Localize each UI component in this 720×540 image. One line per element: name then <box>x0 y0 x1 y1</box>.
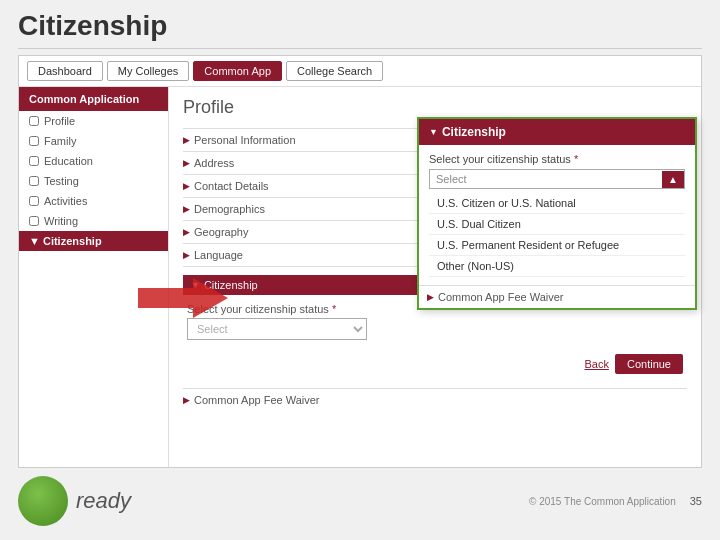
required-marker: * <box>332 303 336 315</box>
continue-button[interactable]: Continue <box>615 354 683 374</box>
popup-fee-waiver[interactable]: Common App Fee Waiver <box>419 285 695 308</box>
writing-checkbox[interactable] <box>29 216 39 226</box>
nav-dashboard[interactable]: Dashboard <box>27 61 103 81</box>
profile-checkbox[interactable] <box>29 116 39 126</box>
popup-required: * <box>574 153 578 165</box>
popup-select-arrow-icon[interactable]: ▲ <box>662 171 684 188</box>
activities-checkbox[interactable] <box>29 196 39 206</box>
sidebar-item-citizenship[interactable]: Citizenship <box>19 231 168 251</box>
popup-option-2[interactable]: U.S. Permanent Resident or Refugee <box>429 235 685 256</box>
popup-form-label: Select your citizenship status * <box>429 153 685 165</box>
education-checkbox[interactable] <box>29 156 39 166</box>
nav-common-app[interactable]: Common App <box>193 61 282 81</box>
sidebar-header: Common Application <box>19 87 168 111</box>
nav-my-colleges[interactable]: My Colleges <box>107 61 190 81</box>
popup-fee-waiver-trigger[interactable]: Common App Fee Waiver <box>427 291 687 303</box>
family-checkbox[interactable] <box>29 136 39 146</box>
popup-header: Citizenship <box>419 119 695 145</box>
popup-select-placeholder: Select <box>430 170 662 188</box>
ready-circle-icon <box>18 476 68 526</box>
content-area: Common Application Profile Family Educat… <box>19 87 701 467</box>
citizenship-popup: Citizenship Select your citizenship stat… <box>417 117 697 310</box>
copyright-text: © 2015 The Common Application <box>529 496 676 507</box>
top-nav: Dashboard My Colleges Common App College… <box>19 56 701 87</box>
page-number: 35 <box>690 495 702 507</box>
popup-select-bar[interactable]: Select ▲ <box>429 169 685 189</box>
screenshot-container: Dashboard My Colleges Common App College… <box>18 55 702 468</box>
sidebar-item-profile[interactable]: Profile <box>19 111 168 131</box>
title-divider <box>18 48 702 49</box>
sidebar-item-testing[interactable]: Testing <box>19 171 168 191</box>
sidebar-item-family[interactable]: Family <box>19 131 168 151</box>
testing-checkbox[interactable] <box>29 176 39 186</box>
sidebar-item-activities[interactable]: Activities <box>19 191 168 211</box>
btn-row: Back Continue <box>183 354 687 374</box>
main-content: Profile Personal Information Address Con… <box>169 87 701 467</box>
ready-text: ready <box>76 488 131 514</box>
sidebar-item-writing[interactable]: Writing <box>19 211 168 231</box>
fee-waiver-item[interactable]: Common App Fee Waiver <box>183 388 687 411</box>
page-title: Citizenship <box>18 10 702 42</box>
popup-option-0[interactable]: U.S. Citizen or U.S. National <box>429 193 685 214</box>
section-title: Profile <box>183 97 687 118</box>
ready-area: ready © 2015 The Common Application 35 <box>0 470 720 532</box>
ready-row: ready <box>18 476 131 526</box>
svg-marker-0 <box>138 278 228 318</box>
sidebar-item-education[interactable]: Education <box>19 151 168 171</box>
popup-option-1[interactable]: U.S. Dual Citizen <box>429 214 685 235</box>
nav-college-search[interactable]: College Search <box>286 61 383 81</box>
red-arrow-icon <box>138 273 228 323</box>
popup-option-3[interactable]: Other (Non-US) <box>429 256 685 277</box>
fee-waiver-trigger[interactable]: Common App Fee Waiver <box>183 394 687 406</box>
popup-body: Select your citizenship status * Select … <box>419 145 695 285</box>
back-button[interactable]: Back <box>584 354 608 374</box>
